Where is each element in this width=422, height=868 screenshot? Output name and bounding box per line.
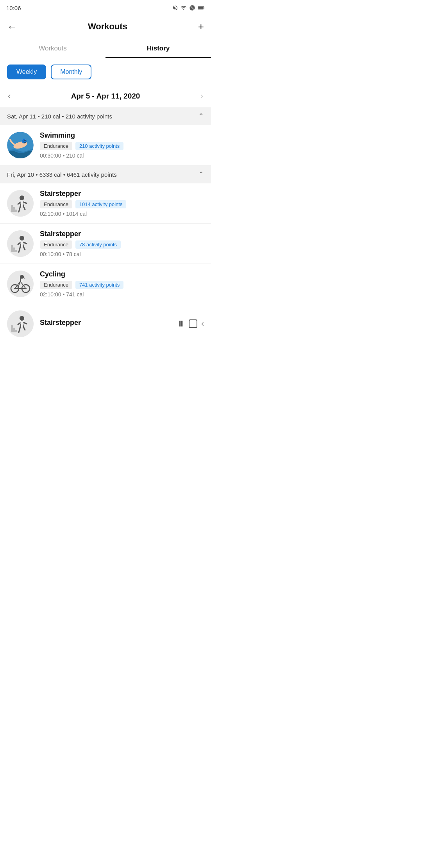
status-bar: 10:06 [0,0,211,14]
stairstepper-2-avatar [7,230,34,257]
date-navigator: ‹ Apr 5 - Apr 11, 2020 › [0,86,211,107]
stairstepper-1-info: Stairstepper Endurance 1014 activity poi… [40,190,204,217]
svg-point-26 [25,288,27,289]
svg-rect-17 [11,245,13,247]
stairstepper-partial-name: Stairstepper [40,319,171,327]
swimming-name: Swimming [40,131,204,140]
back-icon[interactable]: ‹ [201,319,204,329]
workout-item-stairstepper-2[interactable]: Stairstepper Endurance 78 activity point… [0,224,211,264]
status-time: 10:06 [6,5,21,11]
app-bar: ← Workouts + [0,14,211,39]
svg-point-13 [20,195,24,200]
svg-point-14 [7,230,34,257]
muted-icon [172,5,178,11]
pause-icon[interactable]: ⏸ [177,319,185,328]
svg-rect-16 [11,247,15,250]
stairstepper-1-points: 1014 activity points [75,200,127,208]
svg-rect-12 [11,205,13,207]
stairstepper-partial-icon [7,310,34,337]
swimming-info: Swimming Endurance 210 activity points 0… [40,131,204,159]
stairstepper-2-name: Stairstepper [40,230,204,238]
svg-rect-3 [198,7,203,9]
day-header-fri-text: Fri, Apr 10 • 6333 cal • 6461 activity p… [7,171,117,178]
svg-rect-4 [204,7,204,9]
cycling-tags: Endurance 741 activity points [40,281,204,289]
stop-icon[interactable] [189,319,197,328]
stairstepper-1-category: Endurance [40,200,72,208]
cycling-meta: 02:10:00 • 741 cal [40,291,204,298]
svg-point-31 [20,316,24,321]
next-date-button[interactable]: › [200,91,203,101]
stairstepper-1-meta: 02:10:00 • 1014 cal [40,211,204,217]
swimming-category: Endurance [40,142,72,150]
stairstepper-2-meta: 00:10:00 • 78 cal [40,251,204,257]
tab-workouts[interactable]: Workouts [0,39,106,58]
filter-row: Weekly Monthly [0,58,211,86]
stairstepper-1-name: Stairstepper [40,190,204,198]
svg-rect-10 [11,210,17,212]
stairstepper-2-icon [7,230,34,257]
swimming-avatar [7,132,34,158]
workout-item-stairstepper-1[interactable]: Stairstepper Endurance 1014 activity poi… [0,183,211,224]
add-button[interactable]: + [198,21,204,33]
workout-item-stairstepper-partial[interactable]: Stairstepper ⏸ ‹ [0,304,211,343]
svg-point-18 [20,236,24,240]
stairstepper-1-icon [7,190,34,217]
svg-point-27 [7,310,34,337]
battery-icon [198,5,205,11]
day-header-fri-toggle[interactable]: ⌃ [198,170,204,179]
stairstepper-1-tags: Endurance 1014 activity points [40,200,204,208]
stairstepper-2-points: 78 activity points [75,240,121,249]
cycling-avatar [7,271,34,297]
date-range-label: Apr 5 - Apr 11, 2020 [71,92,140,100]
stairstepper-1-avatar [7,190,34,217]
swimming-tags: Endurance 210 activity points [40,142,204,150]
tab-history[interactable]: History [106,39,211,58]
stairstepper-2-tags: Endurance 78 activity points [40,240,204,249]
swimming-meta: 00:30:00 • 210 cal [40,152,204,159]
svg-point-19 [7,271,34,297]
svg-rect-28 [11,330,17,332]
wifi-icon [181,5,187,11]
bottom-controls: ⏸ ‹ [177,319,204,329]
day-header-sat-toggle[interactable]: ⌃ [198,112,204,120]
monthly-filter-button[interactable]: Monthly [51,65,91,79]
cycling-points: 741 activity points [75,281,123,289]
prev-date-button[interactable]: ‹ [8,91,11,101]
svg-rect-29 [11,328,15,330]
tabs-container: Workouts History [0,39,211,58]
svg-point-25 [14,288,16,289]
weekly-filter-button[interactable]: Weekly [7,65,46,79]
day-header-fri[interactable]: Fri, Apr 10 • 6333 cal • 6461 activity p… [0,165,211,183]
back-button[interactable]: ← [7,21,17,33]
swimming-points: 210 activity points [75,142,123,150]
cycling-info: Cycling Endurance 741 activity points 02… [40,270,204,298]
swimming-icon [7,132,34,158]
status-icons [172,5,205,11]
workout-item-cycling[interactable]: Cycling Endurance 741 activity points 02… [0,264,211,304]
svg-point-9 [7,190,34,217]
day-header-sat-text: Sat, Apr 11 • 210 cal • 210 activity poi… [7,113,112,120]
cycling-category: Endurance [40,281,72,289]
day-header-sat[interactable]: Sat, Apr 11 • 210 cal • 210 activity poi… [0,107,211,125]
stairstepper-partial-info: Stairstepper [40,319,171,329]
stairstepper-partial-avatar [7,310,34,337]
cycling-name: Cycling [40,270,204,278]
svg-rect-11 [11,207,15,210]
stairstepper-2-category: Endurance [40,240,72,249]
cycling-icon [7,271,34,297]
workout-item-swimming[interactable]: Swimming Endurance 210 activity points 0… [0,125,211,165]
stairstepper-2-info: Stairstepper Endurance 78 activity point… [40,230,204,257]
svg-rect-30 [11,325,13,328]
svg-rect-15 [11,250,17,252]
page-title: Workouts [88,22,127,32]
no-signal-icon [189,5,195,11]
